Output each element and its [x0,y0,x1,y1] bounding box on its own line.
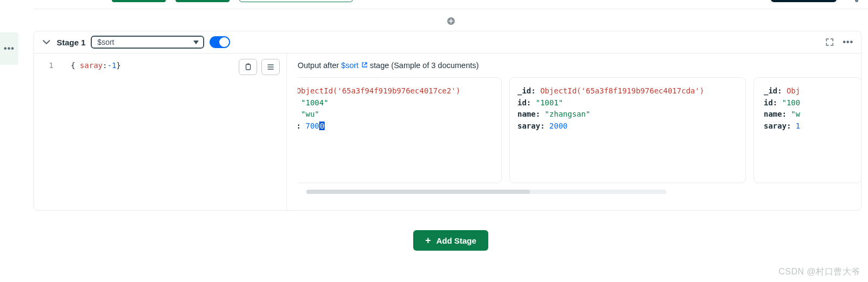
main-area: Stage 1 $sort ••• [33,0,868,251]
top-pills-remnant [33,0,868,2]
pill-button-fragment-4 [771,0,837,2]
document-card-3[interactable]: _id: Obj id: "100 name: "w saray: 1 [753,77,861,183]
line-number: 1 [46,61,53,70]
document-card-1[interactable]: : ObjectId('65a3f94f919b976ec4017ce2') "… [298,77,502,183]
scrollbar-thumb[interactable] [306,190,530,194]
ellipsis-icon: ••• [4,44,15,53]
left-rail-collapse[interactable]: ••• [0,32,18,65]
stage-card: Stage 1 $sort ••• [33,31,862,211]
stage-title: Stage 1 [57,38,85,47]
watermark: CSDN @村口曹大爷 [778,266,860,278]
pill-button-fragment-1 [112,0,166,2]
stage-header: Stage 1 $sort ••• [34,31,861,53]
plus-circle-icon[interactable] [447,17,455,25]
add-stage-label: Add Stage [436,236,476,245]
document-card-2[interactable]: _id: ObjectId('65a3f8f1919b976ec4017cda'… [509,77,746,183]
stage-operator-select[interactable]: $sort [91,36,204,49]
documents-scrollbar[interactable] [306,190,667,194]
svg-rect-2 [247,64,250,65]
documents-row: : ObjectId('65a3f94f919b976ec4017ce2') "… [298,77,861,183]
top-right-menu-dot [855,0,858,2]
output-prefix: Output after [298,61,339,70]
stage-header-right: ••• [825,37,853,47]
pill-button-fragment-3 [239,0,353,2]
clipboard-icon [244,63,252,71]
output-pane: Output after $sort stage (Sample of 3 do… [287,53,861,210]
format-button[interactable] [261,59,280,75]
sort-docs-link[interactable]: $sort [341,61,359,70]
add-stage-button[interactable]: + Add Stage [413,230,488,251]
copy-button[interactable] [239,59,257,75]
add-stage-inline-row [33,9,868,31]
plus-icon: + [425,236,431,245]
svg-rect-1 [246,64,251,70]
stage-enabled-toggle[interactable] [210,36,230,48]
expand-icon[interactable] [825,38,834,46]
editor-toolbar [239,59,280,75]
caret-down-icon [193,41,199,44]
editor-pane[interactable]: 1 { saray:-1} [34,53,287,210]
editor-code[interactable]: { saray:-1} [71,61,121,70]
more-icon[interactable]: ••• [843,37,853,47]
chevron-down-icon[interactable] [42,37,51,47]
stage-operator-value: $sort [97,38,114,46]
pill-button-fragment-2 [176,0,230,2]
list-icon [266,63,275,71]
output-title: Output after $sort stage (Sample of 3 do… [298,61,861,70]
stage-body: 1 { saray:-1} Output after $sort stage (… [34,53,861,210]
external-link-icon [361,62,368,68]
add-stage-row: + Add Stage [33,230,868,251]
output-suffix: stage (Sample of 3 documents) [370,61,479,70]
